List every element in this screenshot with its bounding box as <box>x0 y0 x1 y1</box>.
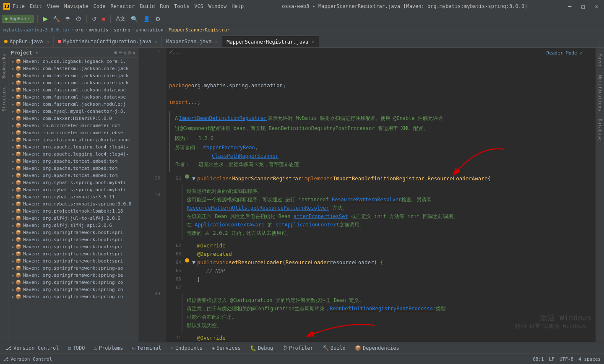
project-icon-settings[interactable]: ⚙ <box>128 49 131 56</box>
tab-close-mapperscannregistrar[interactable]: ✕ <box>312 39 315 44</box>
translate-button[interactable]: A文 <box>114 14 127 23</box>
stop-button[interactable]: ■ <box>100 15 107 23</box>
project-icon-locate[interactable]: ⊕ <box>114 49 117 56</box>
bottom-tab-build[interactable]: 🔨 Build <box>318 343 350 353</box>
reader-mode-label[interactable]: Reader Mode <box>547 50 577 56</box>
run-config-dropdown-icon[interactable]: ▾ <box>27 16 30 21</box>
breadcrumb-class[interactable]: MapperScannerRegistrar <box>169 27 230 33</box>
tree-item-32[interactable]: ▶ 📦 Maven: org.springframework:spring-co <box>8 286 138 293</box>
gutter-icon-55-fold[interactable]: ▼ <box>190 174 197 183</box>
tree-item-27[interactable]: ▶ 📦 Maven: org.springframework.boot:spri <box>8 250 138 257</box>
breadcrumb-jar[interactable]: mybatis-spring-3.0.0.jar <box>3 27 70 33</box>
menu-edit[interactable]: Edit <box>30 3 42 9</box>
tree-item-17[interactable]: ▶ 📦 Maven: org.mybatis.spring.boot:mybat… <box>8 179 138 186</box>
build-button[interactable]: 🔨 <box>51 15 62 23</box>
tree-item-4[interactable]: ▶ 📦 Maven: com.fasterxml.jackson.datatyp… <box>8 86 138 94</box>
tab-close-mapperscan[interactable]: ✕ <box>215 39 218 44</box>
bottom-tab-versioncontrol[interactable]: ⎇ Version Control <box>2 343 63 353</box>
tree-item-5[interactable]: ▶ 📦 Maven: com.fasterxml.jackson.datatyp… <box>8 94 138 101</box>
javadoc-link-5[interactable]: ResourcePatternUtils.getResourcePatternR… <box>187 205 329 211</box>
tab-close-apprun[interactable]: ✕ <box>46 39 49 44</box>
tree-item-22[interactable]: ▶ 📦 Maven: org.slf4j:jul-to-slf4j:2.0.6 <box>8 215 138 222</box>
menu-tools[interactable]: Tools <box>174 3 189 9</box>
breadcrumb-mybatis[interactable]: mybatis <box>89 27 108 33</box>
menu-vcs[interactable]: VCS <box>194 3 203 9</box>
tab-mapperscannregistrar[interactable]: MapperScannerRegistrar.java ✕ <box>222 36 319 47</box>
tree-item-30[interactable]: ▶ 📦 Maven: org.springframework:spring-be <box>8 272 138 279</box>
tree-item-29[interactable]: ▶ 📦 Maven: org.springframework:spring-ao <box>8 265 138 272</box>
tree-item-21[interactable]: ▶ 📦 Maven: org.projectlombok:lombok:1.18 <box>8 208 138 215</box>
search-button[interactable]: 🔍 <box>129 15 140 23</box>
tab-mybatisauto[interactable]: MybatisAutoConfiguration.java ✕ <box>54 36 162 47</box>
profiler-button[interactable]: ⏱ <box>74 15 83 23</box>
tree-item-3[interactable]: ▶ 📦 Maven: com.fasterxml.jackson.core:ja… <box>8 79 138 86</box>
tree-item-11[interactable]: ▶ 📦 Maven: jakarta.annotation:jakarta.an… <box>8 136 138 143</box>
status-position[interactable]: 68:1 <box>533 356 544 362</box>
javadoc-link-7[interactable]: ApplicationContextAware <box>195 222 264 228</box>
bottom-tab-profiler[interactable]: ⏱ Profiler <box>278 343 318 353</box>
bottom-tab-dependencies[interactable]: 📦 Dependencies <box>351 343 404 353</box>
project-icon-sort[interactable]: ≡ <box>119 49 122 56</box>
bottom-tab-debug[interactable]: 🐛 Debug <box>246 343 277 353</box>
breadcrumb-org[interactable]: org <box>76 27 84 33</box>
javadoc-link-1[interactable]: ImportBeanDefinitionRegistrar <box>179 114 267 122</box>
bookmarks-strip[interactable]: Bookmarks <box>0 52 8 81</box>
tree-item-16[interactable]: ▶ 📦 Maven: org.apache.tomcat.embed:tom <box>8 172 138 179</box>
tree-item-13[interactable]: ▶ 📦 Maven: org.apache.logging.log4j:log4… <box>8 151 138 158</box>
status-git[interactable]: ⎇ Version Control <box>3 356 52 362</box>
notifications-sidebar-button[interactable]: Notifications <box>596 73 604 113</box>
structure-strip[interactable]: Structure <box>0 85 8 113</box>
run-button[interactable]: ▶ <box>41 14 49 23</box>
tree-item-7[interactable]: ▶ 📦 Maven: com.mysql:mysql-connector-j:8… <box>8 108 138 115</box>
tab-apprun[interactable]: AppRun.java ✕ <box>0 36 54 47</box>
tabs-menu-button[interactable]: ⋮ <box>594 42 604 47</box>
tree-item-20[interactable]: ▶ 📦 Maven: org.mybatis:mybatis-spring:3.… <box>8 200 138 208</box>
close-button[interactable]: ✕ <box>592 3 601 10</box>
tree-item-28[interactable]: ▶ 📦 Maven: org.springframework.boot:spri <box>8 257 138 265</box>
tree-item-19[interactable]: ▶ 📦 Maven: org.mybatis:mybatis:3.5.11 <box>8 193 138 200</box>
bottom-tab-problems[interactable]: ⚠ Problems <box>90 343 128 353</box>
breadcrumb-annotation[interactable]: annotation <box>135 27 163 33</box>
menu-refactor[interactable]: Refactor <box>110 3 135 9</box>
tree-item-26[interactable]: ▶ 📦 Maven: org.springframework.boot:spri <box>8 243 138 250</box>
bottom-tab-todo[interactable]: ☑ TODO <box>64 343 89 353</box>
status-line-ending[interactable]: LF <box>549 356 555 362</box>
run-config-selector[interactable]: ▶ AppRun ▾ <box>2 15 34 23</box>
javadoc-link-2[interactable]: MapperFactoryBean <box>203 145 255 151</box>
tree-item-18[interactable]: ▶ 📦 Maven: org.mybatis.spring.boot:mybat… <box>8 186 138 193</box>
menu-code[interactable]: Code <box>94 3 106 9</box>
tree-item-12[interactable]: ▶ 📦 Maven: org.apache.logging.log4j:log4… <box>8 143 138 151</box>
menu-run[interactable]: Run <box>160 3 169 9</box>
menu-help[interactable]: Help <box>232 3 244 9</box>
javadoc-link-3[interactable]: ClassPathMapperScanner <box>212 153 279 159</box>
menu-navigate[interactable]: Navigate <box>64 3 89 9</box>
tree-item-0[interactable]: ▶ 📦 Maven: ch.qos.logback:logback-core:1… <box>8 58 138 65</box>
maven-sidebar-button[interactable]: Maven <box>596 52 604 69</box>
project-icon-close[interactable]: ✕ <box>132 49 135 56</box>
tab-close-mybatisauto[interactable]: ✕ <box>155 39 158 44</box>
tree-item-33[interactable]: ▶ 📦 Maven: org.springframework:spring-co <box>8 293 138 300</box>
tree-item-9[interactable]: ▶ 📦 Maven: io.micrometer:micrometer-com <box>8 122 138 129</box>
minimize-button[interactable]: ─ <box>566 3 574 10</box>
javadoc-link-4[interactable]: ResourcePatternResolver <box>332 197 401 203</box>
user-button[interactable]: 👤 <box>141 15 152 23</box>
menu-file[interactable]: File <box>13 3 25 9</box>
tree-item-23[interactable]: ▶ 📦 Maven: org.slf4j:slf4j-api:2.0.6 <box>8 222 138 229</box>
tree-item-1[interactable]: ▶ 📦 Maven: com.fasterxml.jackson.core:ja… <box>8 65 138 72</box>
project-panel-dropdown[interactable]: ▾ <box>36 50 39 55</box>
breadcrumb-spring[interactable]: spring <box>114 27 130 33</box>
update-button[interactable]: ↺ <box>90 15 99 23</box>
tree-item-10[interactable]: ▶ 📦 Maven: io.micrometer:micrometer-obse <box>8 129 138 136</box>
tree-item-14[interactable]: ▶ 📦 Maven: org.apache.tomcat.embed:tom <box>8 158 138 165</box>
tree-item-8[interactable]: ▶ 📦 Maven: com.zaxxer:HikariCP:5.0.0 <box>8 115 138 122</box>
menu-view[interactable]: View <box>47 3 59 9</box>
javadoc-link-8[interactable]: setApplicationContext <box>276 222 339 228</box>
status-encoding[interactable]: UTF-8 <box>560 356 573 362</box>
project-icon-expand[interactable]: ⇅ <box>123 49 127 56</box>
gutter-icon-64-fold[interactable]: ▼ <box>190 258 197 267</box>
tree-item-2[interactable]: ▶ 📦 Maven: com.fasterxml.jackson.core:ja… <box>8 72 138 79</box>
status-indent[interactable]: 4 spaces <box>578 356 601 362</box>
bottom-tab-terminal[interactable]: ⊡ Terminal <box>128 343 166 353</box>
maximize-button[interactable]: □ <box>579 3 587 10</box>
coverage-button[interactable]: ☂ <box>63 15 72 23</box>
